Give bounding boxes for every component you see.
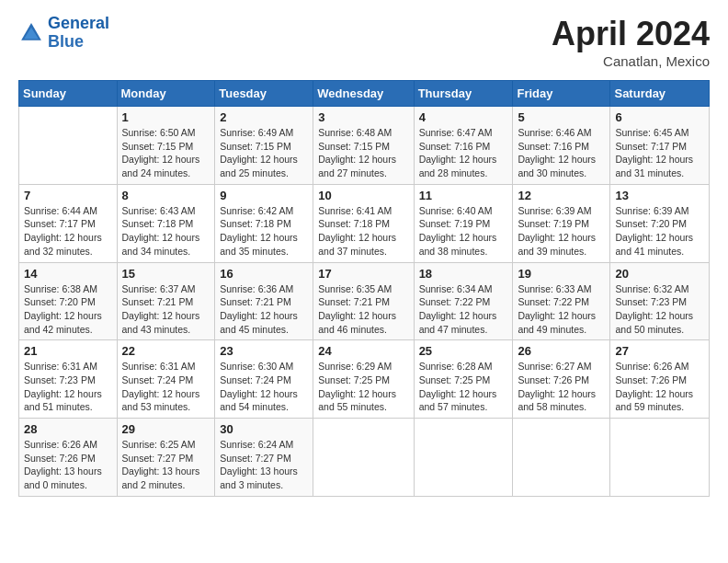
day-info: Sunrise: 6:32 AM Sunset: 7:23 PM Dayligh…	[615, 282, 704, 337]
calendar-cell: 27Sunrise: 6:26 AM Sunset: 7:26 PM Dayli…	[610, 340, 710, 419]
calendar-cell	[19, 107, 118, 185]
calendar-cell: 30Sunrise: 6:24 AM Sunset: 7:27 PM Dayli…	[215, 419, 313, 497]
calendar-cell: 11Sunrise: 6:40 AM Sunset: 7:19 PM Dayli…	[414, 184, 513, 262]
day-info: Sunrise: 6:43 AM Sunset: 7:18 PM Dayligh…	[122, 204, 210, 259]
day-number: 15	[122, 267, 210, 281]
day-number: 18	[419, 267, 508, 281]
day-info: Sunrise: 6:37 AM Sunset: 7:21 PM Dayligh…	[122, 282, 210, 337]
col-header-tuesday: Tuesday	[215, 81, 313, 107]
calendar-cell	[513, 419, 610, 497]
day-info: Sunrise: 6:28 AM Sunset: 7:25 PM Dayligh…	[419, 360, 508, 414]
day-number: 26	[518, 344, 605, 358]
calendar-cell: 9Sunrise: 6:42 AM Sunset: 7:18 PM Daylig…	[215, 184, 313, 262]
col-header-sunday: Sunday	[19, 81, 118, 107]
day-info: Sunrise: 6:50 AM Sunset: 7:15 PM Dayligh…	[122, 126, 210, 180]
calendar-table: SundayMondayTuesdayWednesdayThursdayFrid…	[18, 80, 710, 497]
day-number: 16	[220, 267, 308, 281]
day-info: Sunrise: 6:30 AM Sunset: 7:24 PM Dayligh…	[220, 360, 308, 414]
day-info: Sunrise: 6:47 AM Sunset: 7:16 PM Dayligh…	[419, 126, 508, 180]
logo-line1: General	[48, 14, 109, 32]
calendar-cell: 28Sunrise: 6:26 AM Sunset: 7:26 PM Dayli…	[19, 419, 118, 497]
calendar-cell: 1Sunrise: 6:50 AM Sunset: 7:15 PM Daylig…	[117, 107, 215, 185]
location: Canatlan, Mexico	[552, 53, 710, 69]
day-number: 29	[122, 422, 210, 436]
day-info: Sunrise: 6:26 AM Sunset: 7:26 PM Dayligh…	[24, 438, 112, 492]
day-info: Sunrise: 6:33 AM Sunset: 7:22 PM Dayligh…	[518, 282, 605, 337]
calendar-cell: 15Sunrise: 6:37 AM Sunset: 7:21 PM Dayli…	[117, 262, 215, 340]
day-number: 3	[318, 110, 408, 124]
day-info: Sunrise: 6:39 AM Sunset: 7:19 PM Dayligh…	[518, 204, 605, 259]
calendar-cell: 19Sunrise: 6:33 AM Sunset: 7:22 PM Dayli…	[513, 262, 610, 340]
col-header-wednesday: Wednesday	[313, 81, 414, 107]
day-info: Sunrise: 6:45 AM Sunset: 7:17 PM Dayligh…	[615, 126, 704, 180]
calendar-cell: 3Sunrise: 6:48 AM Sunset: 7:15 PM Daylig…	[313, 107, 414, 185]
calendar-cell: 26Sunrise: 6:27 AM Sunset: 7:26 PM Dayli…	[513, 340, 610, 419]
day-number: 23	[220, 344, 308, 358]
calendar-cell: 18Sunrise: 6:34 AM Sunset: 7:22 PM Dayli…	[414, 262, 513, 340]
calendar-cell: 21Sunrise: 6:31 AM Sunset: 7:23 PM Dayli…	[19, 340, 118, 419]
calendar-cell	[313, 419, 414, 497]
day-info: Sunrise: 6:31 AM Sunset: 7:24 PM Dayligh…	[122, 360, 210, 414]
day-number: 11	[419, 189, 508, 202]
day-number: 27	[615, 344, 704, 358]
calendar-week-row: 1Sunrise: 6:50 AM Sunset: 7:15 PM Daylig…	[19, 107, 710, 185]
day-number: 9	[220, 189, 308, 202]
day-info: Sunrise: 6:29 AM Sunset: 7:25 PM Dayligh…	[318, 360, 408, 414]
day-number: 17	[318, 267, 408, 281]
calendar-cell: 10Sunrise: 6:41 AM Sunset: 7:18 PM Dayli…	[313, 184, 414, 262]
day-number: 5	[518, 110, 605, 124]
calendar-cell: 12Sunrise: 6:39 AM Sunset: 7:19 PM Dayli…	[513, 184, 610, 262]
day-info: Sunrise: 6:46 AM Sunset: 7:16 PM Dayligh…	[518, 126, 605, 180]
calendar-cell: 23Sunrise: 6:30 AM Sunset: 7:24 PM Dayli…	[215, 340, 313, 419]
calendar-cell: 8Sunrise: 6:43 AM Sunset: 7:18 PM Daylig…	[117, 184, 215, 262]
day-number: 4	[419, 110, 508, 124]
day-info: Sunrise: 6:27 AM Sunset: 7:26 PM Dayligh…	[518, 360, 605, 414]
day-number: 25	[419, 344, 508, 358]
calendar-cell	[414, 419, 513, 497]
day-number: 7	[24, 189, 112, 202]
calendar-cell: 17Sunrise: 6:35 AM Sunset: 7:21 PM Dayli…	[313, 262, 414, 340]
day-number: 21	[24, 344, 112, 358]
calendar-cell: 14Sunrise: 6:38 AM Sunset: 7:20 PM Dayli…	[19, 262, 118, 340]
day-info: Sunrise: 6:31 AM Sunset: 7:23 PM Dayligh…	[24, 360, 112, 414]
day-info: Sunrise: 6:49 AM Sunset: 7:15 PM Dayligh…	[220, 126, 308, 180]
day-number: 30	[220, 422, 308, 436]
day-info: Sunrise: 6:34 AM Sunset: 7:22 PM Dayligh…	[419, 282, 508, 337]
col-header-friday: Friday	[513, 81, 610, 107]
calendar-cell: 13Sunrise: 6:39 AM Sunset: 7:20 PM Dayli…	[610, 184, 710, 262]
day-info: Sunrise: 6:35 AM Sunset: 7:21 PM Dayligh…	[318, 282, 408, 337]
calendar-cell: 16Sunrise: 6:36 AM Sunset: 7:21 PM Dayli…	[215, 262, 313, 340]
logo-line2: Blue	[48, 32, 84, 51]
calendar-cell: 24Sunrise: 6:29 AM Sunset: 7:25 PM Dayli…	[313, 340, 414, 419]
day-info: Sunrise: 6:42 AM Sunset: 7:18 PM Dayligh…	[220, 204, 308, 259]
calendar-cell: 20Sunrise: 6:32 AM Sunset: 7:23 PM Dayli…	[610, 262, 710, 340]
calendar-week-row: 28Sunrise: 6:26 AM Sunset: 7:26 PM Dayli…	[19, 419, 710, 497]
logo-text: General Blue	[48, 15, 109, 52]
col-header-thursday: Thursday	[414, 81, 513, 107]
day-number: 20	[615, 267, 704, 281]
day-info: Sunrise: 6:41 AM Sunset: 7:18 PM Dayligh…	[318, 204, 408, 259]
calendar-cell: 7Sunrise: 6:44 AM Sunset: 7:17 PM Daylig…	[19, 184, 118, 262]
col-header-monday: Monday	[117, 81, 215, 107]
day-info: Sunrise: 6:40 AM Sunset: 7:19 PM Dayligh…	[419, 204, 508, 259]
calendar-cell: 29Sunrise: 6:25 AM Sunset: 7:27 PM Dayli…	[117, 419, 215, 497]
day-number: 6	[615, 110, 704, 124]
day-number: 14	[24, 267, 112, 281]
calendar-week-row: 14Sunrise: 6:38 AM Sunset: 7:20 PM Dayli…	[19, 262, 710, 340]
logo-icon	[18, 20, 44, 46]
col-header-saturday: Saturday	[610, 81, 710, 107]
day-number: 19	[518, 267, 605, 281]
calendar-cell: 5Sunrise: 6:46 AM Sunset: 7:16 PM Daylig…	[513, 107, 610, 185]
day-info: Sunrise: 6:36 AM Sunset: 7:21 PM Dayligh…	[220, 282, 308, 337]
day-info: Sunrise: 6:25 AM Sunset: 7:27 PM Dayligh…	[122, 438, 210, 492]
page-header: General Blue April 2024 Canatlan, Mexico	[18, 15, 710, 69]
calendar-week-row: 7Sunrise: 6:44 AM Sunset: 7:17 PM Daylig…	[19, 184, 710, 262]
title-block: April 2024 Canatlan, Mexico	[552, 15, 710, 69]
day-info: Sunrise: 6:24 AM Sunset: 7:27 PM Dayligh…	[220, 438, 308, 492]
calendar-cell: 25Sunrise: 6:28 AM Sunset: 7:25 PM Dayli…	[414, 340, 513, 419]
calendar-week-row: 21Sunrise: 6:31 AM Sunset: 7:23 PM Dayli…	[19, 340, 710, 419]
calendar-cell: 4Sunrise: 6:47 AM Sunset: 7:16 PM Daylig…	[414, 107, 513, 185]
calendar-cell	[610, 419, 710, 497]
day-info: Sunrise: 6:44 AM Sunset: 7:17 PM Dayligh…	[24, 204, 112, 259]
logo: General Blue	[18, 15, 109, 52]
